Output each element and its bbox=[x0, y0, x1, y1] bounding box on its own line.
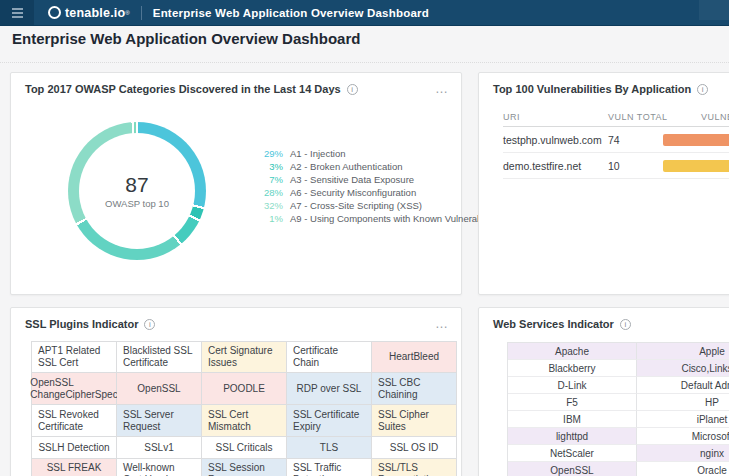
web-service-label: F5 bbox=[566, 397, 578, 408]
web-service-cell[interactable]: lighttpd bbox=[508, 428, 637, 445]
ssl-indicator-cell[interactable]: POODLE bbox=[202, 373, 287, 405]
info-icon[interactable] bbox=[347, 84, 358, 95]
ssl-indicator-cell[interactable]: SSL CBC Chaining bbox=[372, 373, 457, 405]
ssl-indicator-label: Well-known Cert Used bbox=[123, 462, 195, 476]
web-service-cell[interactable]: nginx bbox=[637, 445, 729, 462]
ssl-indicator-cell[interactable]: SSL Certificate Expiry bbox=[287, 405, 372, 437]
web-service-label: Microsoft bbox=[692, 431, 729, 442]
web-service-cell[interactable]: Blackberry bbox=[508, 360, 637, 377]
tenable-logo[interactable]: tenable.io ® bbox=[48, 6, 130, 20]
legend-item[interactable]: 7%A3 - Sensitive Data Exposure bbox=[259, 173, 504, 186]
web-service-cell[interactable]: NetScaler bbox=[508, 445, 637, 462]
ssl-indicator-label: SSL Cipher Suites bbox=[378, 409, 450, 433]
panel-web-services: Web Services Indicator ApacheAppleBlackb… bbox=[478, 307, 729, 476]
web-service-cell[interactable]: Apache bbox=[508, 343, 637, 360]
ssl-indicator-cell[interactable]: OpenSSL bbox=[117, 373, 202, 405]
ssl-indicator-cell[interactable]: SSL Cipher Suites bbox=[372, 405, 457, 437]
ssl-indicator-cell[interactable]: APT1 Related SSL Cert bbox=[32, 342, 117, 373]
page-title: Enterprise Web Application Overview Dash… bbox=[12, 30, 360, 47]
web-service-cell[interactable]: OpenSSL bbox=[508, 462, 637, 476]
ssl-indicator-cell[interactable]: SSL/TLS Renegotiation bbox=[372, 459, 457, 476]
menu-button[interactable] bbox=[0, 0, 34, 25]
panel-menu-icon[interactable] bbox=[435, 320, 449, 328]
legend-label: A2 - Broken Authentication bbox=[290, 161, 403, 172]
panel-header: Top 2017 OWASP Categories Discovered in … bbox=[11, 73, 461, 95]
web-services-grid: ApacheAppleBlackberryCisco,LinksysD-Link… bbox=[507, 342, 729, 476]
legend-percent: 32% bbox=[259, 200, 283, 211]
ssl-indicator-cell[interactable]: Cert Signature Issues bbox=[202, 342, 287, 373]
ssl-indicator-label: SSLH Detection bbox=[38, 442, 109, 454]
vuln-table-header: URI VULN TOTAL VULNE bbox=[503, 111, 729, 127]
legend-item[interactable]: 32%A7 - Cross-Site Scripting (XSS) bbox=[259, 199, 504, 212]
vuln-severity-bar bbox=[663, 160, 729, 172]
ssl-indicator-cell[interactable]: SSL Traffic Detection bbox=[287, 459, 372, 476]
web-service-cell[interactable]: iPlanet bbox=[637, 411, 729, 428]
ssl-indicator-cell[interactable]: SSLv1 bbox=[117, 437, 202, 459]
ssl-indicator-cell[interactable]: SSL Server Request bbox=[117, 405, 202, 437]
legend-item[interactable]: 1%A9 - Using Components with Known Vulne… bbox=[259, 212, 504, 225]
app-header: tenable.io ® Enterprise Web Application … bbox=[0, 0, 729, 26]
web-service-cell[interactable]: F5 bbox=[508, 394, 637, 411]
uri-cell[interactable]: demo.testfire.net bbox=[503, 160, 581, 172]
web-service-cell[interactable]: Apple bbox=[637, 343, 729, 360]
panel-owasp: Top 2017 OWASP Categories Discovered in … bbox=[10, 72, 462, 295]
info-icon[interactable] bbox=[620, 319, 631, 330]
web-service-cell[interactable]: HP bbox=[637, 394, 729, 411]
legend-item[interactable]: 28%A6 - Security Misconfiguration bbox=[259, 186, 504, 199]
vuln-total-cell: 10 bbox=[608, 160, 620, 172]
owasp-donut-chart[interactable]: 87 OWASP top 10 bbox=[68, 122, 206, 260]
ssl-indicator-label: SSL Cert Mismatch bbox=[208, 409, 280, 433]
ssl-indicator-label: SSL/TLS Renegotiation bbox=[378, 462, 450, 476]
table-row[interactable]: testphp.vulnweb.com74 bbox=[503, 127, 729, 153]
ssl-indicator-label: HeartBleed bbox=[389, 351, 439, 363]
ssl-indicator-cell[interactable]: HeartBleed bbox=[372, 342, 457, 373]
ssl-indicator-cell[interactable]: RDP over SSL bbox=[287, 373, 372, 405]
web-service-cell[interactable]: D-Link bbox=[508, 377, 637, 394]
web-service-cell[interactable]: Oracle bbox=[637, 462, 729, 476]
legend-item[interactable]: 3%A2 - Broken Authentication bbox=[259, 160, 504, 173]
ssl-indicator-cell[interactable]: SSLH Detection bbox=[32, 437, 117, 459]
ssl-indicator-label: SSL OS ID bbox=[390, 442, 439, 454]
hamburger-icon bbox=[12, 12, 23, 14]
ssl-indicator-label: SSL Server Request bbox=[123, 409, 195, 433]
header-right-button[interactable] bbox=[699, 0, 729, 20]
ssl-indicator-cell[interactable]: SSL Criticals bbox=[202, 437, 287, 459]
ssl-indicator-label: RDP over SSL bbox=[297, 383, 362, 395]
panel-header: SSL Plugins Indicator bbox=[11, 308, 461, 330]
ssl-indicator-cell[interactable]: SSL Cert Mismatch bbox=[202, 405, 287, 437]
web-service-cell[interactable]: IBM bbox=[508, 411, 637, 428]
brand-name: tenable.io bbox=[65, 6, 125, 20]
panel-menu-icon[interactable] bbox=[435, 85, 449, 93]
ssl-indicator-cell[interactable]: OpenSSL ChangeCipherSpec bbox=[32, 373, 117, 405]
ssl-indicator-label: OpenSSL ChangeCipherSpec bbox=[30, 377, 117, 401]
ssl-indicator-cell[interactable]: SSL Revoked Certificate bbox=[32, 405, 117, 437]
web-service-cell[interactable]: Microsoft bbox=[637, 428, 729, 445]
ssl-indicator-cell[interactable]: TLS bbox=[287, 437, 372, 459]
uri-cell[interactable]: testphp.vulnweb.com bbox=[503, 134, 602, 146]
ssl-indicator-label: SSL Session Resume Supported bbox=[208, 462, 280, 476]
ssl-indicator-label: SSL Criticals bbox=[216, 442, 273, 454]
legend-item[interactable]: 29%A1 - Injection bbox=[259, 147, 504, 160]
web-service-label: Apple bbox=[699, 346, 725, 357]
web-service-cell[interactable]: Default Admin bbox=[637, 377, 729, 394]
vuln-severity-bar bbox=[663, 134, 729, 146]
info-icon[interactable] bbox=[144, 319, 155, 330]
legend-percent: 1% bbox=[259, 213, 283, 224]
info-icon[interactable] bbox=[697, 84, 708, 95]
ssl-indicator-cell[interactable]: Well-known Cert Used bbox=[117, 459, 202, 476]
donut-center-value: 87 bbox=[125, 173, 148, 197]
ssl-indicator-cell[interactable]: SSL OS ID bbox=[372, 437, 457, 459]
ssl-indicator-label: SSL FREAK bbox=[47, 462, 102, 474]
panel-title: Top 2017 OWASP Categories Discovered in … bbox=[25, 83, 341, 95]
web-service-cell[interactable]: Cisco,Linksys bbox=[637, 360, 729, 377]
column-header-vuln-total: VULN TOTAL bbox=[608, 112, 668, 122]
web-service-label: Cisco,Linksys bbox=[681, 363, 729, 374]
donut-center-label: OWASP top 10 bbox=[105, 198, 169, 209]
ssl-indicator-cell[interactable]: Certificate Chain bbox=[287, 342, 372, 373]
panel-top100-vulnerabilities: Top 100 Vulnerabilities By Application U… bbox=[478, 72, 729, 295]
ssl-indicator-cell[interactable]: Blacklisted SSL Certificate bbox=[117, 342, 202, 373]
legend-label: A1 - Injection bbox=[290, 148, 345, 159]
ssl-indicator-cell[interactable]: SSL FREAK bbox=[32, 459, 117, 476]
table-row[interactable]: demo.testfire.net10 bbox=[503, 153, 729, 179]
ssl-indicator-cell[interactable]: SSL Session Resume Supported bbox=[202, 459, 287, 476]
